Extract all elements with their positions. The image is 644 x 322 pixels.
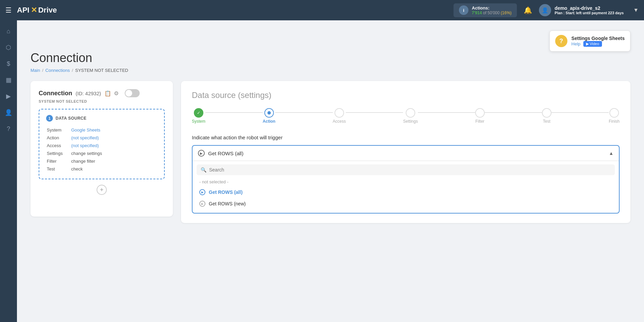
- menu-icon[interactable]: ☰: [5, 6, 12, 14]
- sidebar-item-account[interactable]: 👤: [2, 106, 15, 119]
- sidebar-item-billing[interactable]: $: [2, 57, 15, 71]
- search-icon: 🔍: [201, 167, 206, 173]
- breadcrumb-main[interactable]: Main: [31, 68, 40, 73]
- row-label-settings: Settings: [47, 150, 71, 157]
- dropdown-header-left: ▶ Get ROWS (all): [198, 150, 243, 157]
- sidebar-item-video[interactable]: ▶: [2, 89, 15, 103]
- row-value-filter[interactable]: change filter: [71, 158, 157, 165]
- user-section: 👤 demo_apix-drive_s2 Plan | Start| left …: [539, 4, 624, 16]
- topnav: ☰ API ✕ Drive i Actions: 7'914 of 50'000…: [0, 0, 644, 20]
- datasource-settings-card: Data source (settings) ✓ System Action: [181, 81, 630, 223]
- step-line-5: [485, 112, 542, 113]
- step-line-2: [275, 112, 333, 113]
- breadcrumb-current: SYSTEM NOT SELECTED: [75, 68, 128, 73]
- step-system[interactable]: ✓ System: [192, 108, 205, 124]
- row-value-settings[interactable]: change settings: [71, 150, 157, 157]
- help-links: Help ▶ Video: [571, 41, 625, 47]
- help-circle-icon: ?: [555, 35, 567, 47]
- option-get-rows-new[interactable]: ▶ Get ROWS (new): [197, 198, 615, 209]
- table-row: Filter change filter: [47, 158, 157, 165]
- connection-header: Connection (ID: 42932) 📋 ⚙: [39, 89, 165, 97]
- option-get-rows-all[interactable]: ▶ Get ROWS (all): [197, 186, 615, 198]
- actions-stats: 7'914 of 50'000 (16%): [472, 11, 511, 15]
- step-finish[interactable]: Finish: [609, 108, 620, 124]
- step-action[interactable]: Action: [263, 108, 275, 124]
- sidebar-item-templates[interactable]: ▦: [2, 73, 15, 87]
- row-label-filter: Filter: [47, 158, 71, 165]
- steps-row: ✓ System Action Access: [192, 108, 620, 124]
- dropdown-body: 🔍 - not selected - ▶ Get ROWS (all) ▶ Ge…: [193, 161, 619, 213]
- breadcrumb-sep2: /: [72, 68, 73, 73]
- search-box: 🔍: [197, 164, 615, 175]
- datasource-box: 1 DATA SOURCE System Google Sheets Actio…: [39, 109, 165, 179]
- step-finish-label: Finish: [609, 119, 620, 124]
- datasource-settings-subtitle: (settings): [238, 90, 271, 100]
- connection-icons: 📋 ⚙: [104, 90, 119, 97]
- option-play-icon-1: ▶: [199, 189, 205, 195]
- datasource-settings-title: Data source (settings): [192, 90, 620, 100]
- step-test[interactable]: Test: [542, 108, 551, 124]
- main-content: Connection Main / Connections / SYSTEM N…: [17, 41, 644, 322]
- step-settings-circle: [406, 108, 415, 118]
- row-label-action: Action: [47, 134, 71, 141]
- topnav-center: i Actions: 7'914 of 50'000 (16%) 🔔 👤 dem…: [454, 3, 639, 17]
- logo-drive: Drive: [38, 6, 57, 15]
- step-settings[interactable]: Settings: [403, 108, 418, 124]
- logo-api: API: [17, 6, 29, 15]
- option-label-1: Get ROWS (all): [209, 189, 243, 195]
- bell-icon[interactable]: 🔔: [524, 6, 532, 14]
- datasource-header: 1 DATA SOURCE: [46, 115, 157, 122]
- sidebar-item-home[interactable]: ⌂: [2, 24, 15, 38]
- actions-percent: (16%): [501, 11, 511, 15]
- row-value-system[interactable]: Google Sheets: [71, 126, 157, 134]
- search-input[interactable]: [209, 167, 611, 173]
- cards-row: Connection (ID: 42932) 📋 ⚙ SYSTEM NOT SE…: [31, 81, 630, 223]
- help-title: Settings Google Sheets: [571, 36, 625, 41]
- action-prompt: Indicate what action the robot will trig…: [192, 135, 620, 140]
- topnav-chevron-icon[interactable]: ▼: [633, 7, 639, 13]
- breadcrumb-sep1: /: [42, 68, 43, 73]
- sidebar: ⌂ ⬡ $ ▦ ▶ 👤 ?: [0, 20, 17, 322]
- info-icon: i: [459, 5, 468, 15]
- user-info: demo_apix-drive_s2 Plan | Start| left un…: [555, 5, 624, 15]
- step-test-circle: [542, 108, 551, 118]
- video-button[interactable]: ▶ Video: [583, 41, 602, 47]
- actions-of: of: [483, 11, 487, 15]
- step-line-3: [346, 112, 403, 113]
- row-value-action[interactable]: (not specified): [71, 134, 157, 141]
- row-value-access[interactable]: (not specified): [71, 142, 157, 149]
- settings-gear-icon[interactable]: ⚙: [114, 90, 119, 97]
- actions-label: Actions:: [472, 5, 511, 11]
- step-filter-circle: [475, 108, 485, 118]
- sidebar-item-connections[interactable]: ⬡: [2, 41, 15, 54]
- step-action-label: Action: [263, 119, 275, 124]
- row-label-system: System: [47, 126, 71, 134]
- user-name: demo_apix-drive_s2: [555, 5, 624, 11]
- sidebar-item-help[interactable]: ?: [2, 122, 15, 136]
- action-dropdown: ▶ Get ROWS (all) ▲ 🔍 - not selected - ▶ …: [192, 145, 620, 214]
- toggle-switch[interactable]: [125, 89, 140, 97]
- row-label-test: Test: [47, 165, 71, 173]
- help-box: ? Settings Google Sheets Help ▶ Video: [549, 31, 630, 52]
- actions-total: 50'000: [487, 11, 500, 15]
- dropdown-header[interactable]: ▶ Get ROWS (all) ▲: [193, 146, 619, 161]
- step-settings-label: Settings: [403, 119, 418, 124]
- breadcrumb-connections[interactable]: Connections: [45, 68, 70, 73]
- step-access[interactable]: Access: [333, 108, 346, 124]
- step-line-6: [551, 112, 609, 113]
- help-link[interactable]: Help: [571, 41, 581, 46]
- step-action-circle: [264, 108, 274, 118]
- add-connection-button[interactable]: +: [97, 185, 107, 195]
- connection-card: Connection (ID: 42932) 📋 ⚙ SYSTEM NOT SE…: [31, 81, 173, 217]
- datasource-number: 1: [46, 115, 53, 122]
- step-filter[interactable]: Filter: [475, 108, 485, 124]
- step-line-4: [418, 112, 475, 113]
- play-icon: ▶: [198, 150, 205, 157]
- copy-icon[interactable]: 📋: [104, 90, 111, 97]
- logo: API ✕ Drive: [17, 6, 57, 15]
- actions-box: i Actions: 7'914 of 50'000 (16%): [454, 3, 517, 17]
- user-plan: Plan | Start| left until payment 223 day…: [555, 11, 624, 15]
- table-row: Settings change settings: [47, 150, 157, 157]
- row-value-test[interactable]: check: [71, 165, 157, 173]
- option-label-2: Get ROWS (new): [209, 201, 246, 206]
